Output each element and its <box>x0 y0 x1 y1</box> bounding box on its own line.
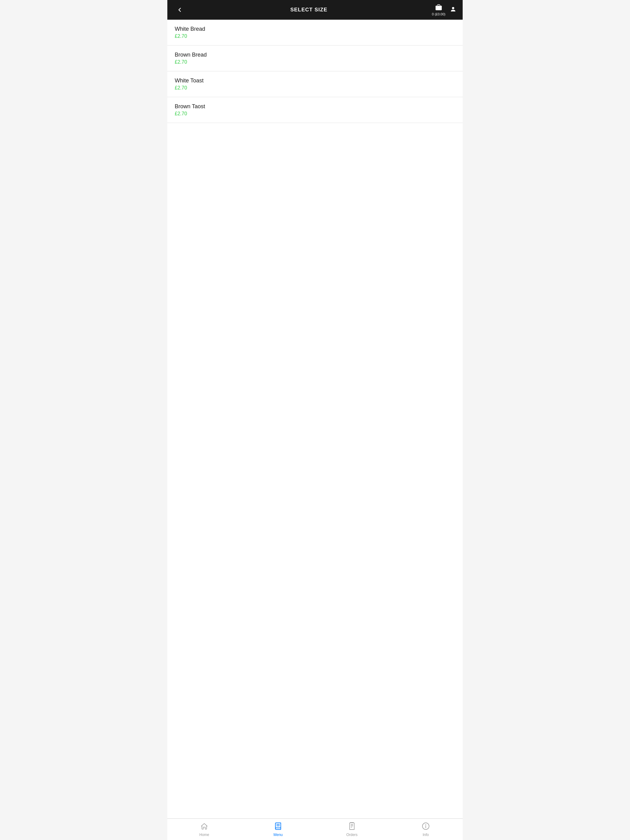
cart-icon <box>435 4 443 12</box>
tab-home[interactable]: Home <box>167 819 241 840</box>
tab-home-label: Home <box>199 833 209 837</box>
item-price: £2.70 <box>175 111 455 117</box>
cart-button[interactable]: 0 (£0.00) <box>432 4 445 16</box>
home-icon <box>200 822 208 831</box>
svg-rect-0 <box>435 6 442 10</box>
tab-menu-label: Menu <box>274 833 283 837</box>
svg-point-3 <box>452 7 454 9</box>
item-name: White Toast <box>175 77 455 84</box>
item-name: Brown Bread <box>175 52 455 58</box>
cart-count-label: 0 (£0.00) <box>432 12 445 16</box>
svg-point-1 <box>437 5 438 6</box>
menu-item[interactable]: Brown Taost £2.70 <box>167 97 463 123</box>
orders-icon <box>348 822 356 831</box>
back-button[interactable] <box>174 4 186 16</box>
menu-item[interactable]: Brown Bread £2.70 <box>167 46 463 71</box>
tab-orders[interactable]: Orders <box>315 819 389 840</box>
svg-point-2 <box>440 5 440 6</box>
menu-item[interactable]: White Toast £2.70 <box>167 71 463 97</box>
tab-info[interactable]: Info <box>389 819 463 840</box>
page-title: SELECT SIZE <box>186 7 432 13</box>
main-content: White Bread £2.70 Brown Bread £2.70 Whit… <box>167 20 463 818</box>
user-icon[interactable] <box>450 6 456 14</box>
app-header: SELECT SIZE 0 (£0.00) <box>167 0 463 20</box>
menu-items-list: White Bread £2.70 Brown Bread £2.70 Whit… <box>167 20 463 123</box>
menu-item[interactable]: White Bread £2.70 <box>167 20 463 46</box>
tab-info-label: Info <box>423 833 429 837</box>
item-price: £2.70 <box>175 85 455 91</box>
item-name: Brown Taost <box>175 103 455 110</box>
tab-orders-label: Orders <box>347 833 358 837</box>
tab-menu[interactable]: Menu <box>241 819 315 840</box>
item-price: £2.70 <box>175 33 455 39</box>
tab-bar: Home Menu Orders <box>167 818 463 840</box>
item-price: £2.70 <box>175 59 455 65</box>
info-icon <box>422 822 430 831</box>
header-right-actions: 0 (£0.00) <box>432 4 456 16</box>
item-name: White Bread <box>175 26 455 32</box>
menu-book-icon <box>274 822 282 831</box>
